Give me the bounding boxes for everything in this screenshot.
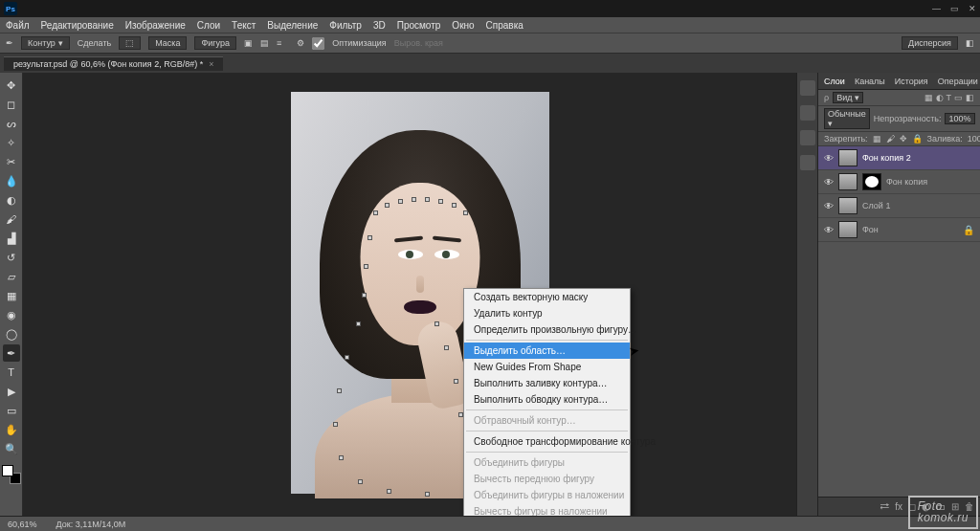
eraser-tool[interactable]: ▱ [3,268,20,285]
filter-text-icon[interactable]: T [947,93,952,102]
menu-layer[interactable]: Слои [197,20,220,31]
zoom-value[interactable]: 60,61% [8,520,37,529]
menu-edit[interactable]: Редактирование [41,20,114,31]
lock-all-icon[interactable]: 🔒 [912,134,923,144]
gear-icon[interactable]: ⚙ [297,38,304,48]
fill-label: Заливка: [927,134,963,144]
selection-button[interactable]: ⬚ [119,36,141,50]
menu-file[interactable]: Файл [6,20,30,31]
path-mode-dropdown[interactable]: Контур▾ [21,36,70,50]
path-select-tool[interactable]: ▶ [3,383,20,400]
visibility-toggle[interactable]: 👁 [824,225,834,235]
rectangle-tool[interactable]: ▭ [3,402,20,419]
menubar: Файл Редактирование Изображение Слои Тек… [0,17,980,33]
crop-tool[interactable]: ✂ [3,153,20,170]
context-menu-item[interactable]: Выделить область… [464,343,630,359]
context-menu-item[interactable]: Создать векторную маску [464,289,630,305]
color-swatches[interactable] [2,465,21,484]
collapse-icon[interactable]: ◧ [966,38,974,48]
document-tab[interactable]: результат.psd @ 60,6% (Фон копия 2, RGB/… [4,56,223,71]
context-menu-item[interactable]: Выполнить заливку контура… [464,375,630,391]
path-ops-icon[interactable]: ▣ [244,38,253,48]
layer-row[interactable]: 👁Фон🔒 [818,218,980,242]
menu-image[interactable]: Изображение [125,20,186,31]
lock-trans-icon[interactable]: ▦ [873,134,881,144]
lock-paint-icon[interactable]: 🖌 [886,134,895,144]
panel-icon-2[interactable] [800,105,815,121]
path-align-icon[interactable]: ▤ [260,38,269,48]
context-menu-item[interactable]: Удалить контур [464,305,630,321]
context-menu-item[interactable]: Свободное трансформирование контура [464,433,630,450]
filter-kind-dropdown[interactable]: Вид ▾ [833,92,863,103]
layer-thumbnail [838,197,858,214]
history-brush-tool[interactable]: ↺ [3,249,20,266]
link-icon[interactable]: ⮂ [880,501,889,512]
menu-window[interactable]: Окно [452,20,474,31]
lock-pos-icon[interactable]: ✥ [900,134,907,144]
lasso-tool[interactable]: ᔕ [3,115,20,132]
visibility-toggle[interactable]: 👁 [824,177,834,188]
gradient-tool[interactable]: ▦ [3,287,20,304]
menu-help[interactable]: Справка [486,20,523,31]
panel-icon-3[interactable] [800,130,815,145]
menu-filter[interactable]: Фильтр [329,20,362,31]
panel-icon-1[interactable] [800,80,815,96]
filter-adjust-icon[interactable]: ◐ [936,93,944,102]
magic-wand-tool[interactable]: ✧ [3,134,20,151]
opacity-input[interactable]: 100% [945,113,974,124]
layer-row[interactable]: 👁Слой 1 [818,194,980,218]
dispersion-button[interactable]: Дисперсия [902,36,958,50]
type-tool[interactable]: T [3,364,20,381]
canvas[interactable]: Создать векторную маскуУдалить контурОпр… [23,73,796,516]
layer-row[interactable]: 👁Фон копия [818,170,980,194]
blend-mode-dropdown[interactable]: Обычные ▾ [824,108,870,129]
visibility-toggle[interactable]: 👁 [824,153,834,164]
marquee-tool[interactable]: ◻ [3,96,20,113]
layer-list: 👁Фон копия 2👁Фон копия👁Слой 1👁Фон🔒 [818,146,980,242]
tab-close-icon[interactable]: × [209,59,213,69]
context-menu-item: Вычесть переднюю фигуру [464,471,630,487]
collapsed-panel-dock [796,73,817,516]
visibility-toggle[interactable]: 👁 [824,201,834,211]
filter-smart-icon[interactable]: ◧ [966,93,974,102]
eyedropper-tool[interactable]: 💧 [3,172,20,189]
context-menu-item[interactable]: Определить произвольную фигуру… [464,321,630,338]
context-menu-item[interactable]: Выполнить обводку контура… [464,391,630,408]
mask-button[interactable]: Маска [148,36,187,50]
brush-tool[interactable]: 🖌 [3,210,20,228]
stamp-tool[interactable]: ▟ [3,230,20,247]
context-menu-item[interactable]: New Guides From Shape [464,359,630,375]
foreground-swatch[interactable] [2,465,13,476]
doc-size: Док: 3,11M/14,0M [56,520,126,529]
menu-text[interactable]: Текст [232,20,256,31]
blur-tool[interactable]: ◉ [3,306,20,323]
healing-tool[interactable]: ◐ [3,191,20,209]
filter-pixel-icon[interactable]: ▦ [924,93,933,102]
move-tool[interactable]: ✥ [3,77,20,94]
menu-select[interactable]: Выделение [267,20,318,31]
fx-icon[interactable]: fx [895,501,902,512]
layer-row[interactable]: 👁Фон копия 2 [818,146,980,170]
tab-channels[interactable]: Каналы [855,77,885,86]
trim-checkbox[interactable] [312,37,324,50]
shape-button[interactable]: Фигура [194,36,236,50]
tab-layers[interactable]: Слои [824,77,845,86]
panel-icon-4[interactable] [800,155,815,170]
fill-input[interactable]: 100% [968,134,980,144]
path-arrange-icon[interactable]: ≡ [277,38,281,48]
tab-history[interactable]: История [895,77,928,86]
tab-actions[interactable]: Операции [938,77,978,86]
minimize-button[interactable]: — [932,4,941,13]
menu-3d[interactable]: 3D [373,20,386,31]
maximize-button[interactable]: ▭ [950,4,959,13]
dodge-tool[interactable]: ◯ [3,325,20,343]
menu-view[interactable]: Просмотр [397,20,441,31]
filter-shape-icon[interactable]: ▭ [954,93,963,102]
zoom-tool[interactable]: 🔍 [3,440,20,457]
options-bar: ✒ Контур▾ Сделать ⬚ Маска Фигура ▣ ▤ ≡ ⚙… [0,33,980,54]
app-logo: Ps [4,2,17,15]
hand-tool[interactable]: ✋ [3,421,20,438]
close-button[interactable]: ✕ [969,4,976,13]
pen-tool[interactable]: ✒ [3,344,20,362]
make-label: Сделать [78,38,111,48]
